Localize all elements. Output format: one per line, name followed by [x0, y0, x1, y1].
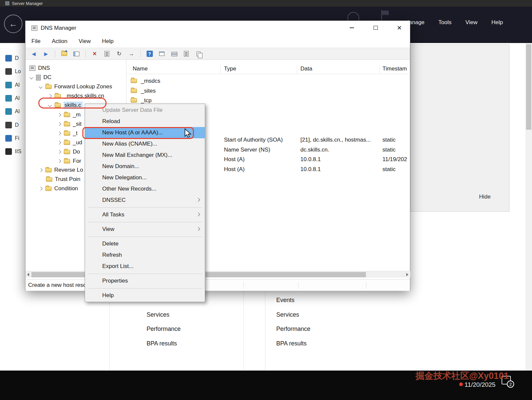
sidebar-item-ad-ds[interactable]: Al	[0, 106, 25, 117]
sidebar-item-ad[interactable]: Al	[0, 92, 25, 104]
list-row-sites[interactable]: _sites	[127, 86, 410, 96]
forward-button[interactable]: ▶	[42, 50, 50, 58]
folder-icon	[45, 187, 52, 191]
folder-icon	[46, 177, 52, 182]
tree-item-forward-lookup-zones[interactable]: Forward Lookup Zones	[25, 82, 125, 91]
chevron-down-icon[interactable]	[29, 75, 33, 79]
column-data[interactable]: Data	[300, 66, 312, 72]
ctx-item-other-new-records[interactable]: Other New Records...	[85, 183, 205, 195]
menu-help[interactable]: Help	[102, 38, 113, 45]
tile-link-events[interactable]: Events	[276, 297, 294, 304]
delete-button[interactable]: ×	[90, 50, 99, 58]
tile-link-performance[interactable]: Performance	[147, 326, 181, 333]
notifications-flag-icon[interactable]	[380, 10, 390, 22]
list-column-headers: Name Type Data Timestam	[127, 64, 410, 74]
chevron-right-icon[interactable]	[57, 131, 61, 135]
sidebar-item-local-server[interactable]: Lo	[0, 66, 25, 77]
menu-tools[interactable]: Tools	[438, 19, 452, 26]
chevron-right-icon[interactable]	[57, 122, 61, 126]
menu-view[interactable]: View	[79, 38, 91, 45]
chevron-right-icon[interactable]	[57, 141, 61, 145]
notification-flyout	[410, 44, 510, 212]
column-divider[interactable]	[297, 65, 297, 73]
sm-vertical-scrollbar[interactable]	[525, 43, 532, 371]
ctx-item-new-mail-exchanger[interactable]: New Mail Exchanger (MX)...	[85, 150, 205, 161]
window-button[interactable]	[157, 50, 166, 58]
ctx-separator	[85, 235, 205, 238]
back-button[interactable]: ◀	[29, 50, 38, 58]
dns-close-button[interactable]: ×	[390, 21, 409, 35]
iis-icon	[5, 148, 12, 155]
copy-button[interactable]	[194, 50, 203, 58]
ctx-item-dnssec[interactable]: DNSSEC	[85, 195, 205, 206]
export-list-button[interactable]: →	[127, 50, 136, 58]
ctx-item-properties[interactable]: Properties	[85, 275, 205, 287]
ctx-item-new-domain[interactable]: New Domain...	[85, 161, 205, 172]
taskbar-date[interactable]: 11/20/2025	[465, 381, 496, 388]
server-stack-button[interactable]	[170, 50, 178, 58]
list-view-button[interactable]	[182, 50, 191, 58]
folder-icon	[64, 150, 70, 154]
column-divider[interactable]	[220, 65, 221, 73]
ctx-item-all-tasks[interactable]: All Tasks	[85, 209, 205, 220]
menu-action[interactable]: Action	[52, 38, 67, 45]
chevron-down-icon[interactable]	[39, 85, 43, 89]
tile-link-bpa-results-2[interactable]: BPA results	[276, 340, 307, 347]
ctx-item-refresh[interactable]: Refresh	[85, 249, 205, 261]
sidebar-item-all-servers[interactable]: Al	[0, 79, 25, 91]
properties-button[interactable]	[103, 50, 111, 58]
sidebar-item-file-storage[interactable]: Fi	[0, 132, 25, 144]
server-manager-menu: lanage Tools View Help	[408, 19, 503, 26]
scroll-left-icon[interactable]	[27, 273, 29, 276]
menu-view[interactable]: View	[466, 19, 478, 26]
copy-icon	[197, 52, 200, 56]
folder-icon	[64, 141, 70, 145]
ctx-item-new-alias[interactable]: New Alias (CNAME)...	[85, 138, 205, 150]
speaker-muted-badge	[459, 382, 463, 386]
sidebar-item-iis[interactable]: IIS	[0, 146, 25, 157]
show-console-tree-button[interactable]	[72, 50, 81, 58]
chevron-right-icon[interactable]	[57, 113, 61, 117]
ctx-separator	[85, 272, 205, 275]
refresh-button[interactable]: ↻	[115, 50, 123, 58]
ctx-item-reload[interactable]: Reload	[85, 116, 205, 127]
help-button[interactable]: ?	[145, 50, 154, 58]
hide-button[interactable]: Hide	[479, 194, 491, 200]
column-divider[interactable]	[379, 65, 380, 73]
column-name[interactable]: Name	[133, 66, 148, 72]
chevron-right-icon[interactable]	[39, 168, 43, 172]
menu-help[interactable]: Help	[491, 19, 503, 26]
sidebar-item-dashboard[interactable]: D	[0, 52, 25, 64]
scrollbar-thumb[interactable]	[205, 272, 366, 277]
divider	[244, 281, 244, 370]
scrollbar-thumb[interactable]	[526, 44, 531, 130]
tile-link-performance-2[interactable]: Performance	[276, 326, 310, 333]
tree-item-dns[interactable]: DNS	[25, 64, 125, 73]
chevron-right-icon[interactable]	[57, 150, 61, 154]
menu-file[interactable]: File	[31, 38, 40, 45]
dns-toolbar: ◀ ▶ × ↻ → ?	[25, 48, 410, 60]
ctx-item-delete[interactable]: Delete	[85, 238, 205, 249]
ctx-item-export-list[interactable]: Export List...	[85, 261, 205, 272]
ctx-item-view[interactable]: View	[85, 224, 205, 235]
watermark: 掘金技术社区@Xy0101	[416, 370, 509, 382]
column-timestamp[interactable]: Timestam	[382, 66, 407, 72]
tile-link-services-2[interactable]: Services	[276, 311, 299, 318]
chevron-right-icon[interactable]	[57, 159, 61, 163]
dns-maximize-button[interactable]	[366, 21, 385, 35]
folder-icon	[64, 159, 70, 163]
ctx-item-new-delegation[interactable]: New Delegation...	[85, 172, 205, 183]
tree-item-dc[interactable]: DC	[25, 73, 125, 82]
ctx-item-help[interactable]: Help	[85, 290, 205, 301]
divider	[265, 291, 265, 370]
back-button[interactable]: ←	[4, 15, 22, 33]
chevron-right-icon[interactable]	[39, 187, 43, 191]
dns-minimize-button[interactable]	[342, 21, 361, 35]
tile-link-services[interactable]: Services	[147, 311, 169, 318]
sidebar-item-dns[interactable]: D	[0, 119, 25, 131]
column-type[interactable]: Type	[224, 66, 236, 72]
list-row-msdcs[interactable]: _msdcs	[127, 76, 410, 86]
tile-link-bpa-results[interactable]: BPA results	[147, 340, 177, 347]
up-level-button[interactable]	[60, 50, 68, 58]
scroll-right-icon[interactable]	[406, 273, 408, 276]
